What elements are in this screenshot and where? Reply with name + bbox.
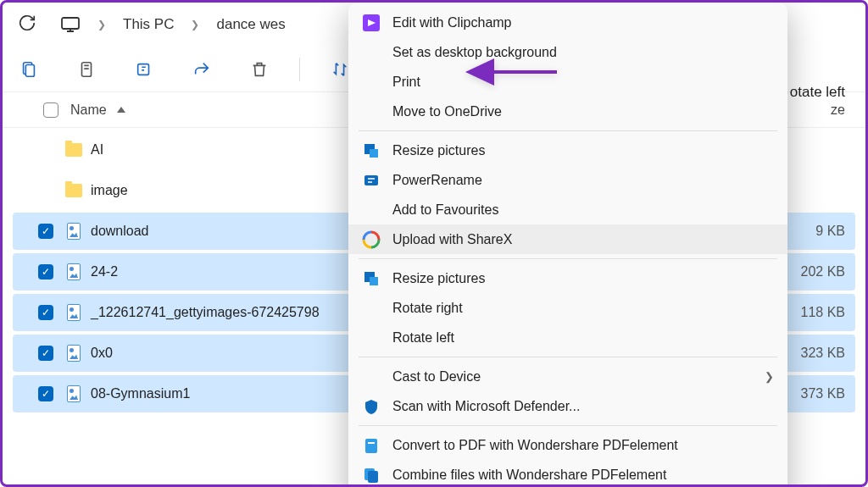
menu-item[interactable]: Combine files with Wondershare PDFelemen…	[348, 460, 787, 487]
menu-label: Upload with ShareX	[392, 232, 512, 247]
context-menu: Edit with ClipchampSet as desktop backgr…	[348, 3, 787, 487]
rotate-left-label[interactable]: otate left	[790, 84, 845, 101]
checkbox-checked-icon[interactable]	[38, 224, 53, 239]
chevron-right-icon: ❯	[97, 19, 106, 30]
name-column-header[interactable]: Name	[70, 102, 125, 118]
sort-icon[interactable]	[331, 60, 349, 79]
file-size: 9 KB	[815, 224, 845, 239]
breadcrumb[interactable]: ❯ This PC ❯ dance wes	[60, 16, 286, 33]
blank-icon	[362, 73, 381, 91]
menu-item[interactable]: Add to Favourites	[348, 195, 787, 224]
resize-icon	[362, 141, 381, 160]
copy-icon[interactable]	[77, 60, 96, 79]
menu-label: Cast to Device	[392, 369, 481, 385]
cut-icon[interactable]	[19, 60, 38, 79]
menu-item[interactable]: Edit with Clipchamp	[348, 8, 787, 37]
menu-label: Scan with Microsoft Defender...	[392, 399, 580, 414]
checkbox-checked-icon[interactable]	[38, 386, 53, 401]
file-size: 202 KB	[801, 264, 845, 279]
image-file-icon	[65, 385, 82, 402]
pdfc-icon	[362, 466, 381, 484]
menu-label: Move to OneDrive	[392, 104, 502, 119]
svg-rect-0	[62, 18, 79, 29]
file-name: AI	[91, 142, 103, 158]
chevron-right-icon: ❯	[765, 370, 774, 383]
menu-item[interactable]: Scan with Microsoft Defender...	[348, 391, 787, 421]
sort-asc-icon	[117, 107, 125, 113]
image-file-icon	[65, 345, 82, 362]
svg-rect-11	[370, 277, 378, 285]
menu-item[interactable]: Upload with ShareX	[348, 224, 787, 254]
share-icon[interactable]	[192, 60, 211, 79]
menu-label: Rotate left	[392, 330, 454, 346]
menu-label: Convert to PDF with Wondershare PDFeleme…	[392, 438, 678, 453]
blank-icon	[362, 102, 381, 121]
menu-item[interactable]: Cast to Device❯	[348, 362, 787, 391]
file-size: 373 KB	[801, 386, 845, 401]
checkbox-checked-icon[interactable]	[38, 264, 53, 279]
pc-icon	[60, 16, 81, 33]
delete-icon[interactable]	[250, 60, 269, 79]
menu-separator	[359, 357, 777, 357]
folder-icon	[65, 182, 82, 199]
menu-separator	[359, 258, 777, 259]
blank-icon	[362, 43, 381, 62]
file-size: 118 KB	[801, 305, 845, 320]
menu-item[interactable]: Move to OneDrive	[348, 97, 787, 126]
crumb-this-pc[interactable]: This PC	[123, 16, 174, 33]
menu-item[interactable]: PowerRename	[348, 165, 787, 195]
menu-label: Print	[392, 75, 420, 90]
menu-item[interactable]: Convert to PDF with Wondershare PDFeleme…	[348, 430, 787, 460]
file-size: 323 KB	[801, 346, 845, 361]
file-name: 0x0	[91, 346, 113, 361]
checkbox-checked-icon[interactable]	[38, 346, 53, 361]
menu-label: Resize pictures	[392, 143, 485, 158]
svg-rect-12	[365, 439, 377, 453]
file-name: image	[91, 183, 128, 198]
file-name: 08-Gymnasium1	[91, 386, 190, 401]
refresh-icon[interactable]	[18, 14, 36, 36]
svg-rect-3	[82, 62, 92, 76]
svg-rect-8	[364, 175, 378, 185]
menu-item[interactable]: Resize pictures	[348, 263, 787, 293]
chevron-right-icon: ❯	[191, 19, 199, 30]
file-name: 24-2	[91, 264, 118, 279]
folder-icon	[65, 141, 82, 158]
image-file-icon	[65, 304, 82, 321]
menu-label: Resize pictures	[392, 271, 485, 286]
menu-item[interactable]: Rotate right	[348, 293, 787, 323]
menu-label: Add to Favourites	[392, 202, 498, 218]
menu-label: Combine files with Wondershare PDFelemen…	[392, 468, 666, 483]
sharex-icon	[362, 230, 381, 249]
blank-icon	[362, 299, 381, 318]
select-all-checkbox[interactable]	[43, 102, 58, 118]
separator	[299, 58, 300, 81]
svg-rect-7	[370, 149, 378, 158]
menu-item[interactable]: Print	[348, 67, 787, 97]
menu-label: Rotate right	[392, 301, 463, 316]
resize-icon	[362, 269, 381, 288]
menu-label: PowerRename	[392, 173, 482, 188]
blank-icon	[362, 201, 381, 219]
svg-rect-4	[138, 64, 149, 75]
svg-rect-2	[25, 64, 34, 76]
shield-icon	[362, 397, 381, 416]
menu-item[interactable]: Rotate left	[348, 323, 787, 352]
menu-item[interactable]: Resize pictures	[348, 136, 787, 165]
menu-item[interactable]: Set as desktop background	[348, 37, 787, 67]
menu-separator	[359, 425, 777, 426]
image-file-icon	[65, 263, 82, 280]
image-file-icon	[65, 223, 82, 240]
blank-icon	[362, 368, 381, 386]
file-name: download	[91, 224, 149, 239]
crumb-folder[interactable]: dance wes	[216, 16, 285, 33]
rename-icon[interactable]	[135, 60, 153, 79]
rename-icon	[362, 171, 381, 190]
pdf-icon	[362, 436, 381, 455]
menu-label: Edit with Clipchamp	[392, 15, 512, 30]
svg-rect-13	[368, 442, 375, 444]
size-column-header[interactable]: ze	[831, 102, 845, 118]
checkbox-checked-icon[interactable]	[38, 305, 53, 320]
blank-icon	[362, 329, 381, 347]
file-name: _122612741_gettyimages-672425798	[91, 305, 320, 320]
